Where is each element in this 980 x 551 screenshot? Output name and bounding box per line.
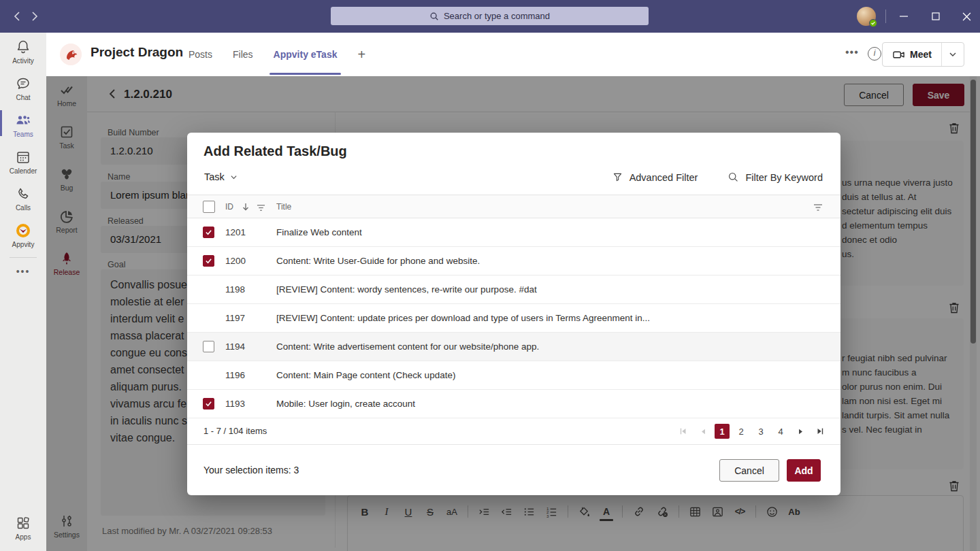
camera-icon [892,48,905,61]
rail-item-appvity[interactable]: Appvity [0,216,46,253]
header-more-button[interactable]: ••• [845,46,859,59]
titlebar-separator [885,10,886,23]
add-related-task-modal: Add Related Task/Bug Task Advanced Filte… [187,133,840,495]
pagination-controls: 1 2 3 4 [675,418,828,444]
page-button-4[interactable]: 4 [772,423,789,439]
modal-filters: Advanced Filter Filter By Keyword [612,171,823,183]
row-checkbox[interactable] [203,398,214,410]
advanced-filter-label: Advanced Filter [630,172,698,183]
previous-page-button[interactable] [695,423,711,439]
table-filter-icon[interactable] [813,203,823,212]
page-button-1[interactable]: 1 [715,424,730,439]
forward-arrow-icon[interactable] [27,10,41,23]
apps-icon [15,515,31,531]
tab-files[interactable]: Files [233,33,253,76]
task-id: 1201 [225,218,246,246]
filter-keyword-label: Filter By Keyword [745,172,823,183]
table-row[interactable]: 1196 Content: Main Page content (Check u… [187,361,840,390]
rail-item-chat[interactable]: Chat [0,69,46,106]
presence-available-icon [869,19,877,27]
rail-label: Teams [0,131,46,138]
page-button-3[interactable]: 3 [753,423,769,439]
rail-label: Activity [0,57,46,65]
task-id: 1198 [225,276,245,303]
rail-item-teams[interactable]: Teams [0,106,46,143]
maximize-button[interactable] [920,0,951,33]
selection-count-text: Your selection items: 3 [203,445,299,495]
rail-label: Appvity [0,241,46,248]
task-title: Mobile: User login, create account [276,390,813,418]
task-id: 1193 [225,390,245,418]
advanced-filter-button[interactable]: Advanced Filter [612,171,698,183]
rail-item-apps[interactable]: Apps [0,509,46,546]
rail-item-calendar[interactable]: Calender [0,143,46,180]
command-search-box[interactable]: Search or type a command [331,7,649,25]
page-button-2[interactable]: 2 [733,423,749,439]
task-id: 1194 [225,333,245,361]
meet-dropdown-button[interactable] [941,43,964,66]
search-icon [429,12,439,21]
rail-label: Chat [0,94,46,101]
table-header: ID Title [187,195,840,218]
user-avatar[interactable] [857,7,876,26]
task-title: [REVIEW] Content: wordy sentences, re-wr… [276,276,813,303]
table-row[interactable]: 1193 Mobile: User login, create account [187,390,840,418]
table-row[interactable]: 1198 [REVIEW] Content: wordy sentences, … [187,276,840,304]
rail-item-activity[interactable]: Activity [0,33,46,69]
task-id: 1197 [225,304,245,332]
back-arrow-icon[interactable] [11,10,24,23]
table-row[interactable]: 1197 [REVIEW] Content: update prices per… [187,304,840,333]
channel-header: Project Dragon Posts Files Appvity eTask… [46,33,980,76]
rail-item-calls[interactable]: Calls [0,180,46,216]
table-row[interactable]: 1200 Content: Write User-Guide for phone… [187,247,840,276]
phone-icon [15,186,31,202]
table-row[interactable]: 1194 Content: Write advertisement conten… [187,333,840,361]
modal-add-button[interactable]: Add [787,459,821,482]
chat-icon [15,76,31,92]
info-icon[interactable]: i [868,47,881,61]
teams-window: Search or type a command Activity [0,0,980,551]
task-title: Content: Write advertisement content for… [276,333,813,361]
row-checkbox[interactable] [203,227,214,238]
task-title: Finalize Web content [276,218,813,246]
next-page-button[interactable] [792,423,808,439]
filter-by-keyword-button[interactable]: Filter By Keyword [728,171,823,183]
type-selector-dropdown[interactable]: Task [204,171,238,182]
search-placeholder: Search or type a command [444,11,550,21]
sort-descending-icon[interactable] [241,202,250,212]
team-logo[interactable] [60,44,82,65]
teams-icon [15,112,31,129]
modal-title: Add Related Task/Bug [203,144,347,159]
column-header-id[interactable]: ID [225,195,233,218]
minimize-button[interactable] [888,0,919,33]
task-title: Content: Write User-Guide for phone and … [276,247,813,275]
last-page-button[interactable] [812,423,828,439]
modal-cancel-button[interactable]: Cancel [719,459,779,482]
chevron-down-icon [230,173,238,181]
task-id: 1196 [225,361,245,389]
channel-tabs: Posts Files Appvity eTask + [189,33,365,76]
app-rail: Activity Chat Teams Calender Calls [0,33,46,551]
meet-button[interactable]: Meet [883,43,941,66]
pagination-bar: 1 - 7 / 104 items 1 2 3 4 [187,418,840,445]
appvity-logo-icon [15,222,31,239]
column-header-title[interactable]: Title [276,195,291,218]
rail-label: Calls [0,204,46,212]
titlebar: Search or type a command [0,0,980,33]
task-title: Content: Main Page content (Check update… [276,361,813,389]
table-row[interactable]: 1201 Finalize Web content [187,218,840,247]
close-button[interactable] [951,0,980,33]
first-page-button[interactable] [675,423,691,439]
row-checkbox[interactable] [203,255,214,267]
select-all-checkbox[interactable] [203,201,215,213]
add-tab-button[interactable]: + [357,33,365,76]
meet-label: Meet [910,49,932,60]
row-checkbox[interactable] [203,341,214,352]
tab-appvity-etask[interactable]: Appvity eTask [274,33,338,76]
team-name: Project Dragon [91,45,183,60]
column-filter-icon[interactable] [257,203,265,212]
task-table: 1201 Finalize Web content 1200 Content: … [187,218,840,418]
rail-more-button[interactable]: ••• [0,262,46,281]
task-title: [REVIEW] Content: update prices per down… [276,304,813,332]
tab-posts[interactable]: Posts [189,33,212,76]
